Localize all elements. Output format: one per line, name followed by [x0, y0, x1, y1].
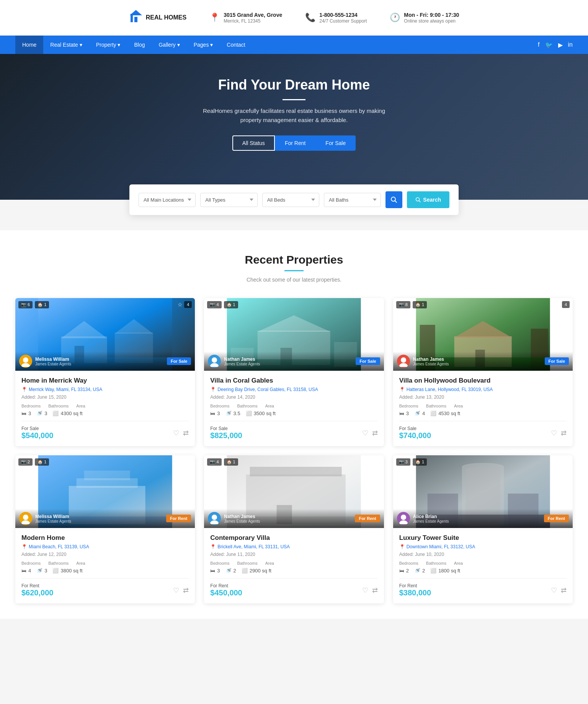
star-icon-5[interactable]: ★ — [376, 458, 381, 464]
bathrooms-stat-4: 🚿 3 — [36, 568, 47, 574]
tab-for-sale[interactable]: For Sale — [315, 135, 356, 151]
star-icon-2[interactable]: ★ — [376, 301, 381, 307]
property-location-1: 📍 Merrick Way, Miami, FL 33134, USA — [21, 387, 189, 392]
compare-icon-6[interactable]: ⇄ — [561, 586, 567, 595]
property-image-5[interactable]: 📷 4 🏠 1 ★ Nathan James James Estate Agen… — [204, 455, 384, 528]
property-date-4: Added: June 12, 2020 — [21, 552, 189, 557]
type-select[interactable]: All Types House Villa Apartment — [200, 193, 257, 207]
youtube-icon[interactable]: ▶ — [558, 41, 563, 49]
property-image-3[interactable]: 📷 8 🏠 1 ☆ 4 Nathan James James Estate Ag… — [393, 298, 573, 371]
agent-name-4: Melissa William — [35, 514, 163, 519]
baths-select[interactable]: All Baths 12345+ — [324, 193, 381, 207]
price-section-4: For Rent $620,000 — [21, 583, 53, 597]
card-actions-1: ♡ ⇄ — [173, 429, 189, 437]
floor-count-6: 🏠 1 — [413, 458, 427, 466]
property-footer-1: For Sale $540,000 ♡ ⇄ — [21, 421, 189, 440]
wishlist-icon-3[interactable]: ♡ — [551, 429, 557, 437]
compare-icon-2[interactable]: ⇄ — [372, 429, 378, 437]
address-info: 📍 3015 Grand Ave, Grove Merrick, FL 1234… — [209, 12, 282, 24]
property-image-1[interactable]: 📷 6 🏠 1 ☆ 4 Melissa William James Estate — [15, 298, 195, 371]
star-icon-1[interactable]: ☆ — [178, 301, 183, 308]
nav-item-blog[interactable]: Blog — [127, 36, 152, 54]
wishlist-icon-6[interactable]: ♡ — [551, 586, 557, 595]
linkedin-icon[interactable]: in — [568, 41, 573, 48]
bath-icon-3: 🚿 — [414, 411, 420, 416]
property-date-3: Added: June 13, 2020 — [399, 394, 567, 400]
nav-item-home[interactable]: Home — [15, 36, 43, 54]
compare-icon-3[interactable]: ⇄ — [561, 429, 567, 437]
facebook-icon[interactable]: f — [538, 41, 539, 48]
nav-item-realestate[interactable]: Real Estate ▾ — [43, 36, 89, 54]
property-body-2: Villa in Coral Gables 📍 Deering Bay Driv… — [204, 371, 384, 446]
tab-all-status[interactable]: All Status — [232, 135, 275, 151]
tab-for-rent[interactable]: For Rent — [275, 135, 315, 151]
area-icon-4: ⬜ — [52, 568, 59, 574]
compare-icon-1[interactable]: ⇄ — [183, 429, 189, 437]
floor-badge-1: 4 — [184, 301, 192, 308]
property-price-3: $740,000 — [399, 431, 431, 440]
for-rent-label-6: For Rent — [399, 583, 431, 588]
property-card-3: 📷 8 🏠 1 ☆ 4 Nathan James James Estate Ag… — [393, 298, 573, 446]
agent-avatar-3 — [397, 355, 410, 368]
nav-item-pages[interactable]: Pages ▾ — [187, 36, 220, 54]
location-pin-icon-3: 📍 — [399, 387, 405, 392]
property-price-2: $825,000 — [210, 431, 242, 440]
agent-bar-5: Nathan James James Estate Agents For Ren… — [204, 509, 384, 528]
hero-divider — [283, 99, 305, 100]
svg-point-47 — [210, 520, 219, 524]
property-title-1: Home in Merrick Way — [21, 377, 189, 385]
floor-count-3: 🏠 1 — [413, 301, 427, 308]
location-select[interactable]: All Main Locations Miami Coral Gables Ho… — [139, 193, 196, 207]
address-text: 3015 Grand Ave, Grove Merrick, FL 12345 — [224, 12, 282, 24]
search-button[interactable]: Search — [407, 191, 449, 208]
property-image-2[interactable]: 📷 4 🏠 1 ★ Nathan James James Estate Agen… — [204, 298, 384, 371]
nav-item-property[interactable]: Property ▾ — [89, 36, 127, 54]
bed-icon-1: 🛏 — [21, 411, 26, 416]
nav-item-contact[interactable]: Contact — [220, 36, 252, 54]
twitter-icon[interactable]: 🐦 — [545, 41, 553, 49]
area-stat-5: ⬜ 2900 sq ft — [242, 568, 271, 574]
agent-info-4: Melissa William James Estate Agents — [35, 514, 163, 523]
beds-select[interactable]: All Beds 12345+ — [262, 193, 319, 207]
property-price-6: $380,000 — [399, 588, 431, 597]
property-location-5: 📍 Brickell Ave, Miami, FL 33131, USA — [210, 544, 377, 549]
card4-overlay-top: 📷 2 🏠 1 — [15, 455, 195, 469]
agent-name-5: Nathan James — [224, 514, 352, 519]
property-image-6[interactable]: 📷 3 🏠 1 Alice Brian James Estate Agents … — [393, 455, 573, 528]
logo-icon — [129, 9, 143, 26]
hero-tabs: All Status For Rent For Sale — [232, 135, 356, 151]
bedrooms-stat-1: 🛏 3 — [21, 411, 31, 416]
agent-company-3: James Estate Agents — [413, 362, 542, 366]
bath-icon-6: 🚿 — [414, 568, 420, 574]
area-icon-1: ⬜ — [52, 411, 59, 416]
wishlist-icon-2[interactable]: ♡ — [362, 429, 368, 437]
photo-count-5: 📷 4 — [207, 458, 221, 466]
agent-avatar-1 — [19, 355, 32, 368]
wishlist-icon-1[interactable]: ♡ — [173, 429, 179, 437]
card2-overlay-top: 📷 4 🏠 1 ★ — [204, 298, 384, 311]
star-icon-3[interactable]: ☆ — [555, 301, 560, 308]
agent-avatar-2 — [208, 355, 221, 368]
bedrooms-stat-6: 🛏 2 — [399, 568, 409, 574]
for-rent-label-4: For Rent — [21, 583, 53, 588]
section-title: Recent Properties — [15, 253, 573, 266]
agent-bar-3: Nathan James James Estate Agents For Sal… — [393, 352, 573, 371]
price-section-1: For Sale $540,000 — [21, 426, 53, 440]
agent-name-1: Melissa William — [35, 357, 164, 362]
compare-icon-4[interactable]: ⇄ — [183, 586, 189, 595]
search-icon-button[interactable] — [385, 191, 402, 208]
property-image-4[interactable]: 📷 2 🏠 1 Melissa William James Estate Age… — [15, 455, 195, 528]
wishlist-icon-5[interactable]: ♡ — [362, 586, 368, 595]
bed-icon-2: 🛏 — [210, 411, 215, 416]
property-price-1: $540,000 — [21, 431, 53, 440]
nav-item-gallery[interactable]: Gallery ▾ — [152, 36, 186, 54]
svg-rect-2 — [134, 17, 137, 22]
agent-name-2: Nathan James — [224, 357, 353, 362]
compare-icon-5[interactable]: ⇄ — [372, 586, 378, 595]
location-icon: 📍 — [209, 13, 220, 23]
logo[interactable]: REAL HOMES — [129, 5, 186, 31]
wishlist-icon-4[interactable]: ♡ — [173, 586, 179, 595]
agent-name-3: Nathan James — [413, 357, 542, 362]
agent-avatar-5 — [208, 512, 221, 525]
area-stat-1: ⬜ 4300 sq ft — [52, 411, 82, 416]
